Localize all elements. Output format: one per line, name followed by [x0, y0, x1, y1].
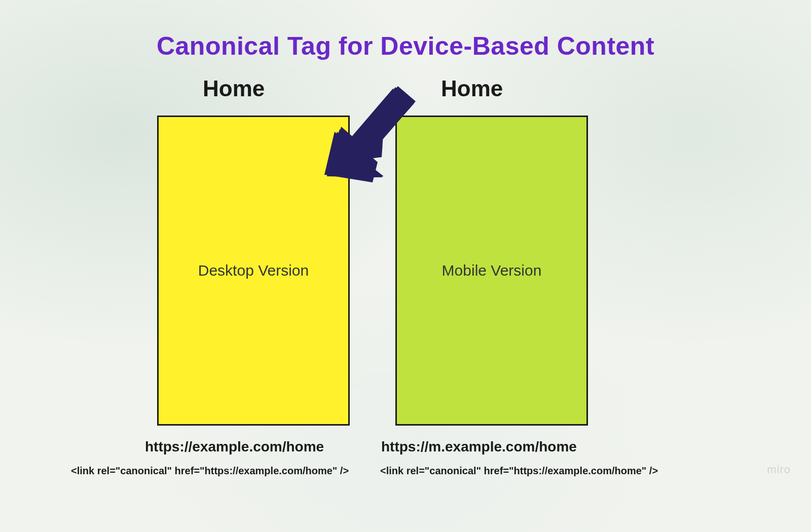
miro-watermark: miro — [767, 463, 791, 476]
desktop-version-label: Desktop Version — [198, 262, 309, 279]
desktop-version-panel: Desktop Version — [157, 116, 350, 426]
desktop-url: https://example.com/home — [145, 439, 324, 455]
left-column-heading: Home — [203, 76, 265, 101]
mobile-version-label: Mobile Version — [442, 262, 542, 279]
desktop-canonical-link-tag: <link rel="canonical" href="https://exam… — [71, 465, 349, 477]
mobile-version-panel: Mobile Version — [395, 116, 588, 426]
mobile-canonical-link-tag: <link rel="canonical" href="https://exam… — [380, 465, 658, 477]
right-column-heading: Home — [441, 76, 503, 101]
diagram-title: Canonical Tag for Device-Based Content — [0, 31, 811, 61]
mobile-url: https://m.example.com/home — [381, 439, 577, 455]
